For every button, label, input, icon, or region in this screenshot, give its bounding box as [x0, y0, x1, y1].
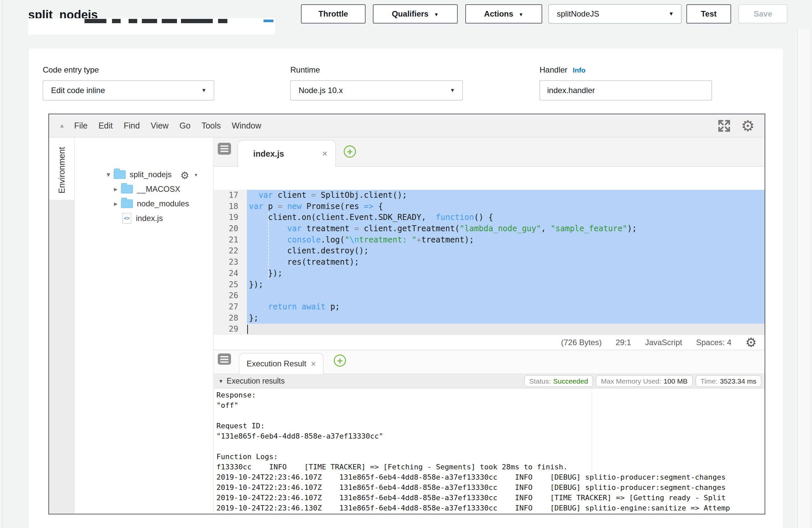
close-tab-icon[interactable]: ×: [322, 148, 328, 159]
tree-item-node-modules[interactable]: ▸node_modules: [75, 196, 213, 211]
line-number[interactable]: 29: [214, 324, 247, 335]
line-number[interactable]: 25: [214, 279, 247, 291]
tree-item-split-nodejs[interactable]: ▾split_nodejs⚙▾: [75, 167, 213, 182]
tree-caret-icon[interactable]: ▸: [112, 200, 119, 208]
code-line-content[interactable]: client.on(client.Event.SDK_READY, functi…: [247, 212, 765, 223]
environment-tab-label: Environment: [49, 142, 74, 199]
code-line-24[interactable]: 24 });: [214, 268, 765, 279]
handler-info-link[interactable]: Info: [573, 66, 585, 74]
line-number[interactable]: 28: [214, 313, 247, 324]
code-line-content[interactable]: [247, 290, 765, 302]
tree-item--macosx[interactable]: ▸__MACOSX: [75, 182, 213, 196]
code-line-17[interactable]: 17 var client = SplitObj.client();: [214, 190, 765, 201]
code-line-26[interactable]: 26: [214, 290, 765, 302]
line-number[interactable]: 27: [214, 302, 247, 313]
actions-button[interactable]: Actions ▼: [465, 4, 542, 24]
code-line-27[interactable]: 27 return await p;: [214, 302, 765, 313]
menu-item-view[interactable]: View: [151, 121, 169, 130]
lambda-console-page: split_nodejs Throttle Qualifiers ▼ Actio…: [0, 0, 812, 528]
code-line-25[interactable]: 25});: [214, 279, 765, 291]
code-line-content[interactable]: var p = new Promise(res => {: [247, 201, 765, 212]
code-line-content[interactable]: };: [247, 313, 765, 324]
line-number[interactable]: 20: [214, 223, 247, 235]
environment-tab[interactable]: Environment: [49, 137, 74, 200]
line-number[interactable]: 24: [214, 268, 247, 279]
code-line-29[interactable]: 29: [214, 324, 765, 335]
runtime-select[interactable]: Node.js 10.x ▼: [290, 80, 463, 100]
menu-item-tools[interactable]: Tools: [202, 121, 221, 130]
tree-item-label: index.js: [136, 214, 163, 223]
line-number[interactable]: 21: [214, 235, 247, 246]
test-event-select[interactable]: splitNodeJS ▼: [549, 4, 681, 24]
console-output-line: [216, 410, 765, 421]
editor-settings-gear-icon[interactable]: ⚙: [741, 118, 755, 133]
badge-value: Succeeded: [553, 377, 588, 385]
clipped-text-fragment: [85, 19, 106, 23]
editor-tabbar: index.js × +: [214, 137, 765, 166]
save-button[interactable]: Save: [738, 4, 787, 24]
code-line-content[interactable]: client.destroy();: [247, 246, 765, 257]
tab-index-js[interactable]: index.js ×: [238, 140, 336, 167]
code-line-19[interactable]: 19 client.on(client.Event.SDK_READY, fun…: [214, 212, 765, 223]
code-line-18[interactable]: 18var p = new Promise(res => {: [214, 201, 765, 212]
code-entry-type-label: Code entry type: [43, 65, 99, 75]
left-rail: Environment: [49, 137, 75, 514]
code-line-content[interactable]: var treatment = client.getTreatment("lam…: [247, 223, 765, 235]
code-line-content[interactable]: });: [247, 279, 765, 291]
code-entry-type-select[interactable]: Edit code inline ▼: [43, 80, 214, 100]
tree-item-label: split_nodejs: [130, 170, 172, 179]
code-line-content[interactable]: return await p;: [247, 302, 765, 313]
code-line-content[interactable]: console.log("\ntreatment: "+treatment);: [247, 235, 765, 246]
badge-time: Time:3523.34 ms: [696, 375, 761, 387]
code-line-content[interactable]: [247, 324, 765, 335]
statusbar-settings-gear-icon[interactable]: ⚙: [745, 336, 757, 349]
test-button[interactable]: Test: [686, 4, 731, 24]
line-number[interactable]: 26: [214, 290, 247, 302]
chevron-down-icon: ▼: [450, 87, 455, 93]
qualifiers-button[interactable]: Qualifiers ▼: [373, 4, 458, 24]
console-tab-list-icon[interactable]: [218, 353, 231, 365]
code-line-22[interactable]: 22 client.destroy();: [214, 246, 765, 257]
console-output-line: [216, 441, 765, 452]
menu-item-find[interactable]: Find: [124, 121, 140, 130]
fullscreen-icon[interactable]: [716, 118, 732, 133]
code-line-21[interactable]: 21 console.log("\ntreatment: "+treatment…: [214, 235, 765, 246]
line-number[interactable]: 19: [214, 212, 247, 223]
new-tab-icon[interactable]: +: [344, 145, 356, 158]
cursor-position-indicator[interactable]: 29:1: [615, 338, 631, 347]
collapse-menubar-icon[interactable]: ▲: [59, 122, 65, 129]
menu-item-go[interactable]: Go: [180, 121, 191, 130]
throttle-button[interactable]: Throttle: [301, 4, 365, 24]
code-line-20[interactable]: 20 var treatment = client.getTreatment("…: [214, 223, 765, 235]
js-file-icon: <>: [122, 213, 131, 224]
code-line-23[interactable]: 23 res(treatment);: [214, 257, 765, 268]
tree-item-index-js[interactable]: <>index.js: [75, 211, 213, 225]
runtime-label: Runtime: [290, 65, 320, 75]
close-tab-icon[interactable]: ×: [311, 359, 316, 369]
code-line-content[interactable]: res(treatment);: [247, 257, 765, 268]
console-output-line: 2019-10-24T22:23:46.107Z 131e865f-6eb4-4…: [216, 472, 765, 482]
language-mode-indicator[interactable]: JavaScript: [645, 338, 682, 347]
code-line-28[interactable]: 28};: [214, 313, 765, 324]
code-line-content[interactable]: var client = SplitObj.client();: [247, 190, 765, 201]
collapse-results-icon[interactable]: ▼: [218, 378, 223, 384]
handler-input[interactable]: [539, 80, 712, 100]
tree-caret-icon[interactable]: ▾: [105, 171, 112, 178]
menu-item-edit[interactable]: Edit: [99, 121, 113, 130]
menu-item-window[interactable]: Window: [232, 121, 261, 130]
menu-item-file[interactable]: File: [74, 121, 87, 130]
tab-execution-result[interactable]: Execution Result ×: [239, 353, 323, 374]
line-number[interactable]: 17: [214, 190, 247, 201]
code-line-content[interactable]: });: [247, 268, 765, 279]
new-console-tab-icon[interactable]: +: [334, 354, 346, 367]
code-editing-area[interactable]: 17 var client = SplitObj.client();18var …: [214, 190, 765, 335]
execution-results-title[interactable]: Execution results: [227, 377, 285, 385]
indentation-indicator[interactable]: Spaces: 4: [696, 338, 731, 347]
line-number[interactable]: 18: [214, 201, 247, 212]
tab-list-icon[interactable]: [218, 143, 231, 155]
line-number[interactable]: 23: [214, 257, 247, 268]
tree-settings-gear-icon[interactable]: ⚙: [180, 170, 189, 181]
page-scrollbar[interactable]: [797, 29, 811, 528]
line-number[interactable]: 22: [214, 246, 247, 257]
tree-caret-icon[interactable]: ▸: [112, 185, 119, 193]
